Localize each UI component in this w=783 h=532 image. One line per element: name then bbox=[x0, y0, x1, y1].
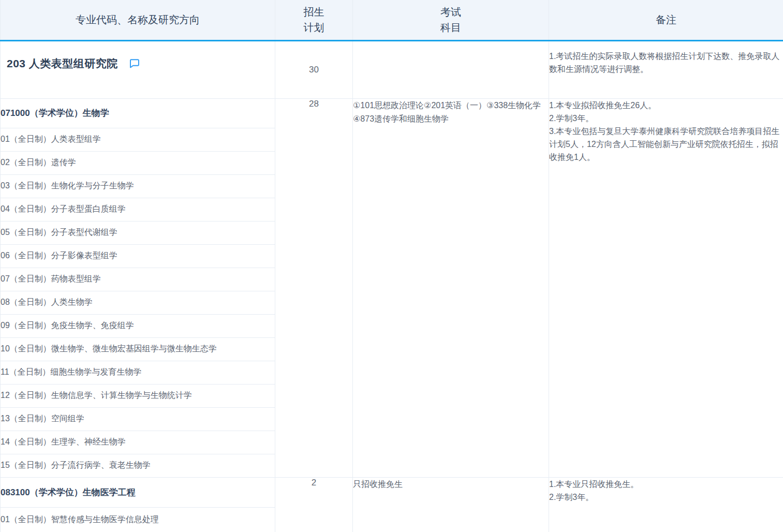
major2-exam-cell: 只招收推免生 bbox=[353, 477, 549, 532]
col-header-plan-line2: 计划 bbox=[275, 20, 352, 35]
col-header-exam-line1: 考试 bbox=[353, 4, 549, 20]
direction-label: 10（全日制）微生物学、微生物宏基因组学与微生物生态学 bbox=[1, 337, 275, 361]
admissions-table: 专业代码、名称及研究方向 招生 计划 考试 科目 备注 203 人类表型组研究院 bbox=[0, 0, 783, 532]
major1-remark-2: 2.学制3年。 bbox=[549, 112, 783, 125]
header-row: 专业代码、名称及研究方向 招生 计划 考试 科目 备注 bbox=[1, 0, 783, 40]
major1-remark-3: 3.本专业包括与复旦大学泰州健康科学研究院联合培养项目招生计划5人，12方向含人… bbox=[549, 125, 783, 164]
major1-code-name: 071000（学术学位）生物学 bbox=[1, 98, 275, 128]
major1-remark-1: 1.本专业拟招收推免生26人。 bbox=[549, 99, 783, 112]
direction-label: 04（全日制）分子表型蛋白质组学 bbox=[1, 198, 275, 221]
direction-label: 06（全日制）分子影像表型组学 bbox=[1, 244, 275, 268]
institute-remarks-cell: 1.考试招生的实际录取人数将根据招生计划下达数、推免录取人数和生源情况等进行调整… bbox=[549, 40, 783, 98]
major2-remark-2: 2.学制3年。 bbox=[549, 491, 783, 504]
major2-code-name: 083100（学术学位）生物医学工程 bbox=[1, 477, 275, 507]
major1-exam-text: ①101思想政治理论②201英语（一）③338生物化学④873遗传学和细胞生物学 bbox=[353, 99, 549, 126]
col-header-remarks-label: 备注 bbox=[656, 14, 676, 25]
direction-label: 05（全日制）分子表型代谢组学 bbox=[1, 221, 275, 244]
major1-row: 071000（学术学位）生物学 28 ①101思想政治理论②201英语（一）③3… bbox=[1, 98, 783, 128]
institute-row: 203 人类表型组研究院 30 1.考试招生的实际录取人数将根据招生计划下达数、… bbox=[1, 40, 783, 98]
col-header-exam-line2: 科目 bbox=[353, 20, 549, 35]
direction-label: 13（全日制）空间组学 bbox=[1, 407, 275, 431]
institute-title: 203 人类表型组研究院 bbox=[7, 56, 118, 71]
institute-plan-cell: 30 bbox=[275, 40, 353, 98]
major2-row: 083100（学术学位）生物医学工程 2 只招收推免生 1.本专业只招收推免生。… bbox=[1, 477, 783, 507]
comment-bubble-icon[interactable] bbox=[128, 57, 140, 69]
col-header-plan-line1: 招生 bbox=[275, 4, 352, 20]
direction-label: 08（全日制）人类生物学 bbox=[1, 291, 275, 314]
major2-remark-1: 1.本专业只招收推免生。 bbox=[549, 478, 783, 491]
col-header-plan: 招生 计划 bbox=[275, 0, 353, 40]
col-header-program-label: 专业代码、名称及研究方向 bbox=[76, 14, 200, 25]
direction-label: 15（全日制）分子流行病学、衰老生物学 bbox=[1, 454, 275, 477]
direction-label: 07（全日制）药物表型组学 bbox=[1, 268, 275, 291]
institute-remarks-text: 1.考试招生的实际录取人数将根据招生计划下达数、推免录取人数和生源情况等进行调整… bbox=[549, 50, 783, 76]
direction-label: 14（全日制）生理学、神经生物学 bbox=[1, 431, 275, 454]
direction-label: 02（全日制）遗传学 bbox=[1, 151, 275, 174]
direction-label: 03（全日制）生物化学与分子生物学 bbox=[1, 174, 275, 198]
direction-label: 12（全日制）生物信息学、计算生物学与生物统计学 bbox=[1, 384, 275, 407]
major1-plan-cell: 28 bbox=[275, 98, 353, 477]
col-header-remarks: 备注 bbox=[549, 0, 783, 40]
institute-exam-cell bbox=[353, 40, 549, 98]
direction-label: 11（全日制）细胞生物学与发育生物学 bbox=[1, 361, 275, 384]
major1-exam-cell: ①101思想政治理论②201英语（一）③338生物化学④873遗传学和细胞生物学 bbox=[353, 98, 549, 477]
institute-name-cell: 203 人类表型组研究院 bbox=[1, 40, 275, 98]
direction-label: 09（全日制）免疫生物学、免疫组学 bbox=[1, 314, 275, 337]
major2-exam-text: 只招收推免生 bbox=[353, 478, 549, 491]
major2-plan-cell: 2 bbox=[275, 477, 353, 532]
col-header-program: 专业代码、名称及研究方向 bbox=[1, 0, 275, 40]
col-header-exam: 考试 科目 bbox=[353, 0, 549, 40]
major1-remarks-cell: 1.本专业拟招收推免生26人。 2.学制3年。 3.本专业包括与复旦大学泰州健康… bbox=[549, 98, 783, 477]
major2-remarks-cell: 1.本专业只招收推免生。 2.学制3年。 bbox=[549, 477, 783, 532]
direction-label: 01（全日制）人类表型组学 bbox=[1, 128, 275, 151]
direction-label: 01（全日制）智慧传感与生物医学信息处理 bbox=[1, 507, 275, 532]
